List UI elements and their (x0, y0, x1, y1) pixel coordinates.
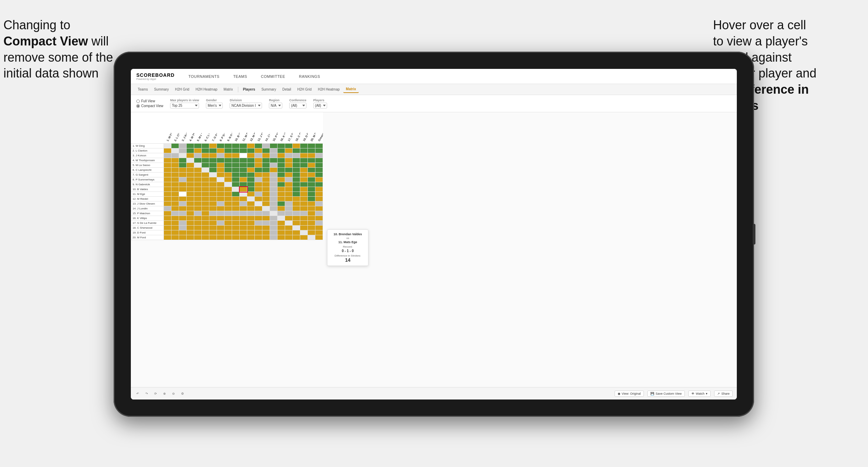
row-label-17: 17. S De La Fuente (131, 221, 164, 226)
cell-1-17[interactable] (285, 144, 293, 148)
logo-main-text: SCOREBOARD (136, 72, 175, 78)
subnav-detail[interactable]: Detail (280, 86, 294, 93)
subnav-teams[interactable]: Teams (135, 86, 150, 93)
subnav-h2h-heatmap2[interactable]: H2H Heatmap (315, 86, 342, 93)
watch-icon: 👁 (691, 392, 694, 395)
subnav-h2h-grid2[interactable]: H2H Grid (295, 86, 315, 93)
annotation-left-line5: initial data shown (3, 66, 98, 80)
table-row: 12. M Riedel (131, 197, 323, 201)
full-view-label: Full View (141, 99, 155, 103)
cell-1-2[interactable] (171, 144, 179, 148)
nav-teams[interactable]: TEAMS (230, 73, 250, 80)
cell-1-20[interactable] (308, 144, 315, 148)
table-row: 9. N Gabrelcik (131, 182, 323, 187)
row-label-3: 3. J Koivun (131, 153, 164, 158)
share-button[interactable]: ↗ Share (714, 391, 733, 397)
table-row: 5. M La Sasso (131, 163, 323, 168)
cell-1-13[interactable] (255, 144, 262, 148)
table-row: 16. K Villips (131, 216, 323, 221)
cell-1-7[interactable] (209, 144, 217, 148)
subnav-summary2[interactable]: Summary (259, 86, 279, 93)
undo-icon[interactable]: ↶ (135, 391, 140, 396)
cell-1-21[interactable] (315, 144, 323, 148)
view-original-label: View: Original (622, 392, 641, 395)
region-select[interactable]: N/A (269, 103, 282, 108)
view-original-button[interactable]: ◉ View: Original (615, 391, 644, 397)
row-label-20: 20. M Ford (131, 235, 164, 240)
main-content: 1. W Ding 2. L Clanton 3. J Koivun 4. M … (131, 112, 737, 387)
cell-1-10[interactable] (232, 144, 240, 148)
subnav-separator (238, 87, 238, 92)
cell-1-3[interactable] (179, 144, 187, 148)
matrix-container[interactable]: 1. W Ding 2. L Clanton 3. J Koivun 4. M … (131, 112, 737, 387)
col-header-20: 20. M Ford (308, 112, 315, 144)
col-header-1: 1. W Ding (164, 112, 171, 144)
compact-view-option[interactable]: Compact View (136, 104, 163, 108)
conference-select[interactable]: (All) (289, 103, 306, 108)
annotation-left-bold: Compact View will (3, 34, 108, 48)
row-label-12: 12. M Riedel (131, 197, 164, 201)
nav-tournaments[interactable]: TOURNAMENTS (186, 73, 222, 80)
subnav-players[interactable]: Players (240, 86, 258, 93)
tooltip-diff-value: 14 (332, 257, 364, 263)
app-header: SCOREBOARD Powered by clippd TOURNAMENTS… (131, 69, 737, 84)
save-custom-icon: 💾 (650, 392, 654, 395)
save-custom-label: Save Custom View (656, 392, 682, 395)
tablet-home-button (753, 224, 755, 245)
compact-view-radio[interactable] (136, 104, 140, 108)
cell-1-14[interactable] (262, 144, 270, 148)
subnav-summary1[interactable]: Summary (151, 86, 171, 93)
cell-1-5[interactable] (194, 144, 202, 148)
control-region: Region N/A (269, 98, 282, 108)
col-header-14: 14. J Lundin (262, 112, 270, 144)
control-gender: Gender Men's (206, 98, 223, 108)
max-players-label: Max players in view (170, 98, 199, 102)
col-header-18: 18. C Sherw... (293, 112, 300, 144)
col-header-5: 5. M La Sass... (194, 112, 202, 144)
subnav-matrix1[interactable]: Matrix (221, 86, 236, 93)
cell-1-19[interactable] (300, 144, 308, 148)
cell-10-11-highlighted[interactable] (240, 187, 247, 192)
tablet-screen: SCOREBOARD Powered by clippd TOURNAMENTS… (131, 69, 737, 399)
cell-1-12[interactable] (247, 144, 255, 148)
players-select[interactable]: (All) (313, 103, 327, 108)
nav-committee[interactable]: COMMITTEE (258, 73, 288, 80)
max-players-select[interactable]: Top 25 (170, 103, 199, 108)
cell-1-9[interactable] (224, 144, 232, 148)
cell-1-11[interactable] (240, 144, 247, 148)
full-view-radio[interactable] (136, 100, 140, 103)
col-header-2: 2. L Clanton (171, 112, 179, 144)
cell-1-15[interactable] (270, 144, 278, 148)
row-label-7: 7. G Sargent (131, 173, 164, 177)
cell-1-1[interactable] (164, 144, 171, 148)
watch-button[interactable]: 👁 Watch ▾ (688, 391, 711, 397)
subnav-matrix2[interactable]: Matrix (343, 86, 359, 93)
redo-icon[interactable]: ↷ (144, 391, 149, 396)
watch-label: Watch (696, 392, 704, 395)
tooltip-diff-label: Difference in Strokes: (332, 254, 364, 257)
sub-nav: Teams Summary H2H Grid H2H Heatmap Matri… (131, 84, 737, 95)
subnav-h2h-heatmap1[interactable]: H2H Heatmap (193, 86, 220, 93)
view-original-icon: ◉ (618, 392, 620, 395)
cell-1-4[interactable] (187, 144, 194, 148)
cell-1-16[interactable] (278, 144, 285, 148)
control-max-players: Max players in view Top 25 (170, 98, 199, 108)
col-header-13: 13. J Skov... (255, 112, 262, 144)
col-header-8: 8. P Sumn... (217, 112, 224, 144)
subnav-h2h-grid1[interactable]: H2H Grid (172, 86, 192, 93)
zoom-out-icon[interactable]: ⊖ (171, 391, 176, 396)
table-row: 18. C Sherwood (131, 226, 323, 230)
control-conference: Conference (All) (289, 98, 306, 108)
cell-1-18[interactable] (293, 144, 300, 148)
division-select[interactable]: NCAA Division I (230, 103, 262, 108)
refresh-icon[interactable]: ⟳ (153, 391, 158, 396)
full-view-option[interactable]: Full View (136, 99, 163, 103)
settings-icon[interactable]: ⚙ (180, 391, 185, 396)
save-custom-button[interactable]: 💾 Save Custom View (647, 391, 685, 397)
gender-select[interactable]: Men's (206, 103, 223, 108)
cell-1-6[interactable] (202, 144, 209, 148)
table-row: 8. P Summerhays (131, 177, 323, 182)
zoom-in-icon[interactable]: ⊕ (162, 391, 167, 396)
nav-rankings[interactable]: RANKINGS (296, 73, 323, 80)
cell-1-8[interactable] (217, 144, 224, 148)
